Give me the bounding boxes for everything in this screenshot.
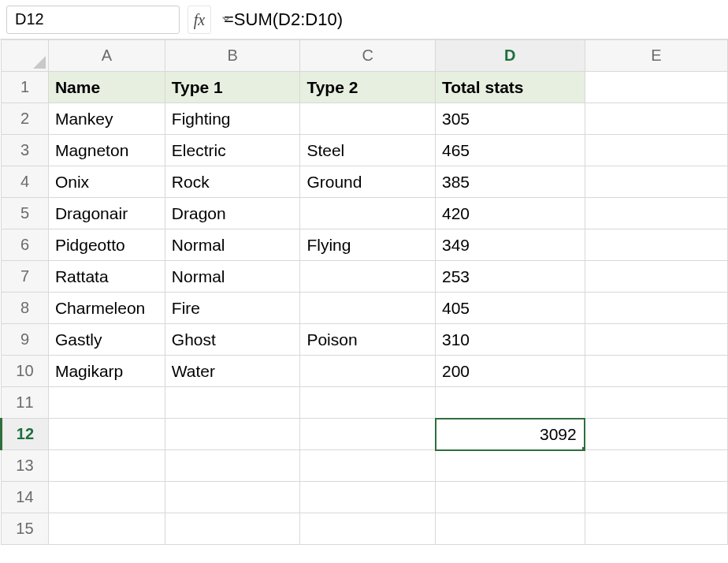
cell-C2[interactable] <box>300 103 436 135</box>
cell-A14[interactable] <box>48 482 165 513</box>
row-header-8[interactable]: 8 <box>2 293 49 324</box>
cell-A1[interactable]: Name <box>48 72 165 103</box>
cell-A7[interactable]: Rattata <box>48 261 165 293</box>
cell-C1[interactable]: Type 2 <box>300 72 436 103</box>
cell-C12[interactable] <box>300 419 436 450</box>
cell-D7[interactable]: 253 <box>436 261 585 293</box>
cell-E8[interactable] <box>585 293 727 324</box>
cell-D6[interactable]: 349 <box>436 229 585 261</box>
cell-C10[interactable] <box>300 356 436 387</box>
cell-E4[interactable] <box>585 166 727 198</box>
cell-B11[interactable] <box>165 387 300 419</box>
row-header-12[interactable]: 12 <box>2 419 49 450</box>
row-header-3[interactable]: 3 <box>2 135 49 166</box>
cell-E14[interactable] <box>585 482 727 513</box>
cell-A3[interactable]: Magneton <box>48 135 165 166</box>
formula-bar[interactable] <box>217 6 722 34</box>
col-header-E[interactable]: E <box>585 40 727 72</box>
cell-C8[interactable] <box>300 293 436 324</box>
cell-A5[interactable]: Dragonair <box>48 198 165 229</box>
cell-D1[interactable]: Total stats <box>436 72 585 103</box>
cell-E9[interactable] <box>585 324 727 356</box>
cell-B4[interactable]: Rock <box>165 166 300 198</box>
cell-E2[interactable] <box>585 103 727 135</box>
row-header-4[interactable]: 4 <box>2 166 49 198</box>
cell-D14[interactable] <box>436 482 585 513</box>
cell-B5[interactable]: Dragon <box>165 198 300 229</box>
row-header-11[interactable]: 11 <box>2 387 49 419</box>
cell-D4[interactable]: 385 <box>436 166 585 198</box>
row-header-6[interactable]: 6 <box>2 229 49 261</box>
cell-A10[interactable]: Magikarp <box>48 356 165 387</box>
cell-D13[interactable] <box>436 450 585 482</box>
cell-D10[interactable]: 200 <box>436 356 585 387</box>
cell-C9[interactable]: Poison <box>300 324 436 356</box>
cell-D5[interactable]: 420 <box>436 198 585 229</box>
cell-C4[interactable]: Ground <box>300 166 436 198</box>
cell-D12[interactable]: 3092 <box>436 419 585 450</box>
cell-C7[interactable] <box>300 261 436 293</box>
cell-C5[interactable] <box>300 198 436 229</box>
col-header-A[interactable]: A <box>48 40 165 72</box>
cell-E7[interactable] <box>585 261 727 293</box>
cell-E3[interactable] <box>585 135 727 166</box>
cell-B8[interactable]: Fire <box>165 293 300 324</box>
cell-B12[interactable] <box>165 419 300 450</box>
cell-E11[interactable] <box>585 387 727 419</box>
cell-E12[interactable] <box>585 419 727 450</box>
row-header-5[interactable]: 5 <box>2 198 49 229</box>
cell-D2[interactable]: 305 <box>436 103 585 135</box>
cell-D9[interactable]: 310 <box>436 324 585 356</box>
row-header-15[interactable]: 15 <box>2 513 49 545</box>
cell-A13[interactable] <box>48 450 165 482</box>
cell-B14[interactable] <box>165 482 300 513</box>
row-header-1[interactable]: 1 <box>2 72 49 103</box>
cell-E1[interactable] <box>585 72 727 103</box>
cell-C14[interactable] <box>300 482 436 513</box>
cell-A6[interactable]: Pidgeotto <box>48 229 165 261</box>
cell-E6[interactable] <box>585 229 727 261</box>
fill-handle-icon[interactable] <box>582 447 585 450</box>
cell-B6[interactable]: Normal <box>165 229 300 261</box>
cell-A11[interactable] <box>48 387 165 419</box>
cell-B3[interactable]: Electric <box>165 135 300 166</box>
cell-A9[interactable]: Gastly <box>48 324 165 356</box>
cell-E10[interactable] <box>585 356 727 387</box>
cell-B13[interactable] <box>165 450 300 482</box>
cell-A4[interactable]: Onix <box>48 166 165 198</box>
cell-D11[interactable] <box>436 387 585 419</box>
cell-C3[interactable]: Steel <box>300 135 436 166</box>
cell-E13[interactable] <box>585 450 727 482</box>
cell-B15[interactable] <box>165 513 300 545</box>
cell-B2[interactable]: Fighting <box>165 103 300 135</box>
cell-D15[interactable] <box>436 513 585 545</box>
cell-B10[interactable]: Water <box>165 356 300 387</box>
cell-E5[interactable] <box>585 198 727 229</box>
cell-E15[interactable] <box>585 513 727 545</box>
cell-A8[interactable]: Charmeleon <box>48 293 165 324</box>
row-header-2[interactable]: 2 <box>2 103 49 135</box>
cell-A12[interactable] <box>48 419 165 450</box>
row-header-13[interactable]: 13 <box>2 450 49 482</box>
name-box[interactable] <box>7 10 222 28</box>
name-box-dropdown-icon[interactable] <box>222 17 235 22</box>
select-all-corner[interactable] <box>2 40 49 72</box>
cell-B1[interactable]: Type 1 <box>165 72 300 103</box>
col-header-B[interactable]: B <box>165 40 300 72</box>
cell-B7[interactable]: Normal <box>165 261 300 293</box>
cell-D8[interactable]: 405 <box>436 293 585 324</box>
cell-C15[interactable] <box>300 513 436 545</box>
cell-C6[interactable]: Flying <box>300 229 436 261</box>
row-header-9[interactable]: 9 <box>2 324 49 356</box>
cell-A15[interactable] <box>48 513 165 545</box>
row-header-10[interactable]: 10 <box>2 356 49 387</box>
cell-A2[interactable]: Mankey <box>48 103 165 135</box>
cell-C13[interactable] <box>300 450 436 482</box>
cell-C11[interactable] <box>300 387 436 419</box>
col-header-C[interactable]: C <box>300 40 436 72</box>
col-header-D[interactable]: D <box>436 40 585 72</box>
row-header-7[interactable]: 7 <box>2 261 49 293</box>
row-header-14[interactable]: 14 <box>2 482 49 513</box>
cell-B9[interactable]: Ghost <box>165 324 300 356</box>
cell-D3[interactable]: 465 <box>436 135 585 166</box>
